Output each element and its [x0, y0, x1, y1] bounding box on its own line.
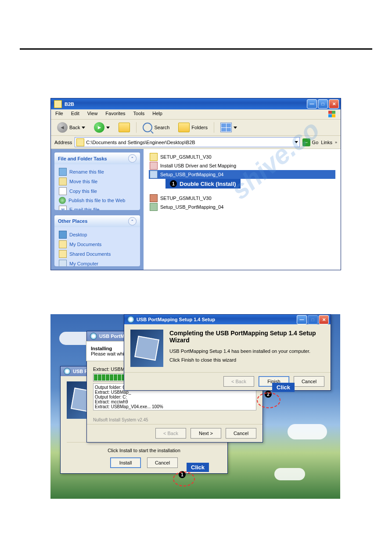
cancel-button[interactable]: Cancel — [147, 457, 178, 468]
exe-icon — [150, 170, 158, 178]
menu-help[interactable]: Help — [152, 111, 162, 118]
collapse-button[interactable]: ⌃ — [128, 217, 137, 225]
shared-link[interactable]: Shared Documents — [59, 249, 136, 259]
email-link[interactable]: ✉E-mail this file — [59, 205, 136, 210]
click-callout-1: Click — [187, 463, 209, 472]
toolbar: ◄ Back ► Search Folders — [51, 120, 341, 136]
publish-link[interactable]: Publish this file to the Web — [59, 196, 136, 205]
titlebar[interactable]: USB PortMapping Setup 1.4 Setup — □ ✕ — [124, 315, 331, 324]
desktop-background: USB Port Click Install to start the inst… — [50, 314, 340, 499]
minimize-button[interactable]: — — [297, 315, 307, 324]
menu-view[interactable]: View — [87, 111, 98, 118]
pdf-icon — [150, 162, 158, 170]
move-link[interactable]: Move this file — [59, 177, 136, 186]
close-button[interactable]: ✕ — [319, 315, 329, 324]
search-button[interactable]: Search — [140, 122, 172, 133]
chevron-down-icon — [82, 127, 85, 129]
panel-header[interactable]: File and Folder Tasks ⌃ — [54, 152, 140, 164]
menu-tools[interactable]: Tools — [133, 111, 145, 118]
maximize-button[interactable]: □ — [318, 99, 328, 109]
chevron-down-icon — [234, 127, 237, 129]
explorer-window: B2B — □ ✕ File Edit View Favorites Tools… — [50, 98, 341, 270]
links-label[interactable]: Links — [321, 140, 332, 145]
folder-icon — [150, 153, 158, 161]
folder-icon — [76, 138, 84, 146]
other-places-panel: Other Places ⌃ Desktop My Documents Shar… — [54, 215, 140, 266]
computer-icon — [59, 260, 67, 266]
copy-icon — [59, 187, 67, 195]
cancel-button[interactable]: Cancel — [226, 428, 256, 439]
address-label: Address — [54, 140, 72, 145]
minimize-button[interactable]: — — [307, 99, 317, 109]
window-title: B2B — [65, 102, 307, 107]
chevron-down-icon[interactable] — [295, 141, 298, 143]
file-item[interactable]: SETUP_GSMULTI_V30 — [149, 152, 335, 161]
back-icon: ◄ — [57, 122, 68, 133]
copy-link[interactable]: Copy this file — [59, 186, 136, 196]
step-badge: 1 — [170, 180, 177, 187]
installer-screenshot: USB Port Click Install to start the inst… — [20, 314, 372, 499]
step-badge-1: 1 — [179, 471, 186, 478]
go-icon: → — [302, 138, 310, 146]
mail-icon: ✉ — [59, 206, 67, 210]
wizard-text-2: Click Finish to close this wizard — [169, 357, 324, 363]
installer-icon — [64, 368, 71, 375]
up-button[interactable] — [116, 122, 133, 133]
file-item[interactable]: Setup_USB_PortMapping_04 — [149, 203, 335, 211]
step-badge-2: 2 — [265, 391, 272, 398]
up-folder-icon — [119, 123, 130, 132]
maximize-button: □ — [308, 315, 318, 324]
file-item-selected[interactable]: Setup_USB_PortMapping_04 — [149, 170, 335, 179]
archive-icon — [150, 194, 158, 202]
close-button[interactable]: ✕ — [329, 99, 339, 109]
wizard-graphic — [130, 330, 163, 367]
installer-icon — [90, 333, 97, 340]
wizard-text-1: USB PortMapping Setup 1.4 has been insta… — [169, 348, 324, 354]
click-callout-2: Click — [272, 383, 295, 392]
file-item[interactable]: SETUP_GSMULTI_V30 — [149, 194, 335, 203]
menu-favorites[interactable]: Favorites — [105, 111, 125, 118]
chevron-down-icon — [106, 127, 110, 129]
views-button[interactable] — [218, 122, 240, 133]
go-button[interactable]: → Go — [302, 138, 319, 146]
back-button[interactable]: ◄ Back — [54, 121, 88, 134]
cloud-icon — [288, 424, 327, 439]
address-input[interactable]: C:\Documents and Settings\Engineer\Deskt… — [75, 137, 299, 147]
folders-icon — [178, 123, 190, 132]
back-button: < Back — [155, 428, 186, 439]
forward-button[interactable]: ► — [91, 121, 112, 134]
file-item[interactable]: Install USB Driver and Set Mapping — [149, 161, 335, 170]
page-divider — [20, 48, 372, 50]
collapse-button[interactable]: ⌃ — [128, 154, 137, 163]
dialog-title: USB PortMapping Setup 1.4 Setup — [137, 317, 297, 322]
desktop-link[interactable]: Desktop — [59, 230, 136, 239]
mycomputer-link[interactable]: My Computer — [59, 259, 136, 266]
windows-flag-icon — [328, 111, 336, 118]
file-tasks-panel: File and Folder Tasks ⌃ Rename this file… — [54, 152, 140, 210]
double-click-callout: 1 Double Click (Install) — [165, 179, 241, 189]
search-icon — [143, 123, 152, 132]
mydocs-link[interactable]: My Documents — [59, 239, 136, 249]
address-path: C:\Documents and Settings\Engineer\Deskt… — [86, 140, 292, 145]
panel-header[interactable]: Other Places ⌃ — [54, 215, 140, 227]
cloud-icon — [274, 468, 305, 480]
desktop-icon — [59, 231, 67, 239]
rename-link[interactable]: Rename this file — [59, 167, 136, 177]
next-button[interactable]: Next > — [191, 428, 221, 439]
nsis-footer: Nullsoft Install System v2.45 — [87, 416, 263, 424]
menu-file[interactable]: File — [55, 111, 63, 118]
documents-icon — [59, 240, 67, 248]
folder-icon — [54, 100, 62, 108]
folders-button[interactable]: Folders — [176, 122, 210, 133]
menubar: File Edit View Favorites Tools Help — [51, 109, 341, 120]
shared-icon — [59, 250, 67, 258]
menu-edit[interactable]: Edit — [71, 111, 79, 118]
file-pane[interactable]: shive.co SETUP_GSMULTI_V30 Install USB D… — [144, 149, 341, 270]
titlebar[interactable]: B2B — □ ✕ — [51, 98, 341, 109]
explorer-screenshot: B2B — □ ✕ File Edit View Favorites Tools… — [20, 98, 372, 270]
globe-icon — [59, 197, 66, 204]
install-button[interactable]: Install — [110, 457, 141, 468]
forward-icon: ► — [94, 122, 104, 133]
more-icon[interactable]: » — [335, 140, 337, 145]
cancel-button[interactable]: Cancel — [294, 376, 324, 387]
